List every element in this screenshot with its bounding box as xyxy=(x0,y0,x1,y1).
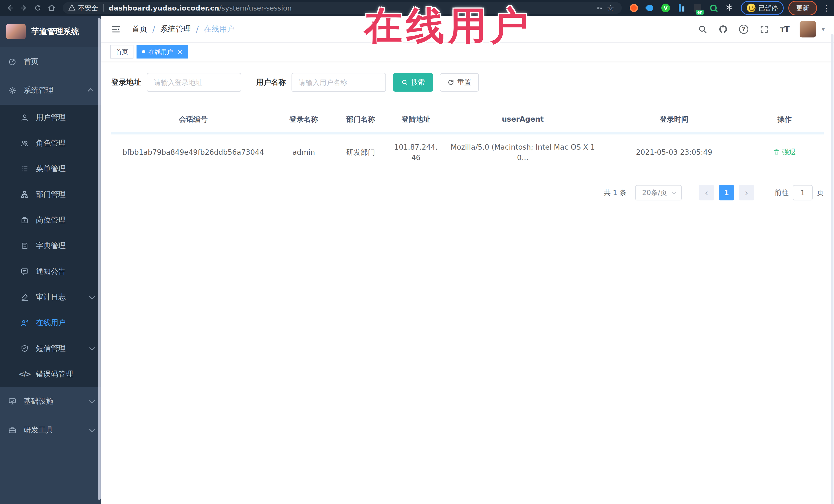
username-label: 用户名称 xyxy=(256,77,286,88)
sidebar-item-roles[interactable]: 角色管理 xyxy=(0,130,101,156)
filter-form: 登录地址 用户名称 搜索 重置 xyxy=(111,73,824,92)
app-logo[interactable]: 芋道管理系统 xyxy=(0,16,101,47)
fullscreen-icon[interactable] xyxy=(759,24,770,35)
code-icon: </> xyxy=(20,370,29,378)
edit-log-icon xyxy=(20,293,29,301)
sidebar-scrollbar[interactable] xyxy=(98,18,101,500)
close-icon[interactable]: × xyxy=(177,48,183,55)
tab-home[interactable]: 首页 xyxy=(110,45,133,59)
extension-snowflake-icon[interactable] xyxy=(724,2,735,14)
breadcrumb-system[interactable]: 系统管理 xyxy=(160,24,191,35)
paused-extension-badge[interactable]: 已暂停 xyxy=(741,1,784,15)
help-icon[interactable]: ? xyxy=(738,24,749,35)
search-button[interactable]: 搜索 xyxy=(393,73,433,92)
tab-online-users[interactable]: 在线用户 × xyxy=(136,45,188,59)
sidebar-item-label: 错误码管理 xyxy=(36,369,73,379)
sidebar-item-label: 用户管理 xyxy=(36,112,66,123)
sidebar-item-audit-logs[interactable]: 审计日志 xyxy=(0,284,101,310)
breadcrumb-home[interactable]: 首页 xyxy=(132,24,147,35)
sidebar-item-dictionary[interactable]: 字典管理 xyxy=(0,233,101,259)
extension-pin-icon[interactable] xyxy=(644,2,655,14)
sidebar-item-system[interactable]: 系统管理 xyxy=(0,76,101,105)
page-size-select[interactable]: 20条/页 xyxy=(635,185,682,200)
next-page-button[interactable]: › xyxy=(739,185,754,200)
breadcrumb: 首页 / 系统管理 / 在线用户 xyxy=(132,24,235,35)
github-icon[interactable] xyxy=(718,24,729,35)
paused-label: 已暂停 xyxy=(759,4,778,12)
prev-page-button[interactable]: ‹ xyxy=(699,185,714,200)
browser-menu-icon[interactable]: ⋮ xyxy=(822,3,830,13)
hamburger-icon[interactable] xyxy=(110,24,122,35)
browser-toolbar: 不安全 dashboard.yudao.iocoder.cn /system/u… xyxy=(0,0,834,16)
cell-login-ip: 101.87.244.46 xyxy=(389,134,443,171)
login-address-input[interactable] xyxy=(147,73,241,92)
reload-icon[interactable] xyxy=(32,2,44,14)
home-icon[interactable] xyxy=(46,2,58,14)
page-unit-label: 页 xyxy=(817,188,824,197)
extension-orange-icon[interactable] xyxy=(628,2,639,14)
sidebar-item-posts[interactable]: 岗位管理 xyxy=(0,207,101,233)
user-avatar[interactable] xyxy=(799,21,816,38)
active-dot-icon xyxy=(142,50,145,53)
extension-v-icon[interactable]: V xyxy=(660,2,671,14)
sidebar-item-online-users[interactable]: 在线用户 xyxy=(0,310,101,336)
sidebar-item-departments[interactable]: 部门管理 xyxy=(0,182,101,207)
page-size-value: 20条/页 xyxy=(642,188,667,197)
sidebar-item-notices[interactable]: 通知公告 xyxy=(0,259,101,284)
url-bar[interactable]: 不安全 dashboard.yudao.iocoder.cn /system/u… xyxy=(63,2,622,14)
extension-magnifier-icon[interactable] xyxy=(708,2,719,14)
reset-button[interactable]: 重置 xyxy=(440,73,479,92)
current-page-button[interactable]: 1 xyxy=(719,185,734,200)
url-path: /system/user-session xyxy=(219,4,292,12)
browser-update-button[interactable]: 更新 xyxy=(788,1,817,15)
back-icon[interactable] xyxy=(4,2,16,14)
sidebar-item-infrastructure[interactable]: 基础设施 xyxy=(0,387,101,416)
sidebar-item-home[interactable]: 首页 xyxy=(0,47,101,76)
cell-session-id: bfbb1ab79ba849e49fb26ddb56a73044 xyxy=(111,134,275,171)
sidebar-item-label: 研发工具 xyxy=(24,425,53,435)
search-button-label: 搜索 xyxy=(411,78,425,87)
page-content: 登录地址 用户名称 搜索 重置 xyxy=(101,61,834,504)
shield-check-icon xyxy=(20,344,29,353)
goto-page-input[interactable] xyxy=(793,185,813,200)
sidebar-item-error-codes[interactable]: </> 错误码管理 xyxy=(0,361,101,387)
sidebar-item-label: 部门管理 xyxy=(36,190,66,200)
sidebar: 芋道管理系统 首页 系统管理 用户管理 角色管理 菜单管理 xyxy=(0,16,101,504)
chevron-down-icon xyxy=(672,190,676,194)
tab-label: 在线用户 xyxy=(148,48,173,56)
search-icon[interactable] xyxy=(697,24,708,35)
chevron-down-icon xyxy=(89,398,95,404)
extension-bars-icon[interactable] xyxy=(676,2,687,14)
sidebar-item-dev-tools[interactable]: 研发工具 xyxy=(0,416,101,444)
font-size-icon[interactable]: тT xyxy=(779,24,790,35)
url-divider xyxy=(103,4,104,12)
cell-user-agent: Mozilla/5.0 (Macintosh; Intel Mac OS X 1… xyxy=(443,134,603,171)
header-actions: ? тT ▾ xyxy=(697,21,825,38)
chevron-up-icon xyxy=(88,88,94,94)
sidebar-item-label: 在线用户 xyxy=(36,318,66,328)
username-input[interactable] xyxy=(291,73,386,92)
forward-icon[interactable] xyxy=(18,2,30,14)
caret-down-icon[interactable]: ▾ xyxy=(822,26,825,33)
force-logout-label: 强退 xyxy=(782,147,796,157)
col-user-agent: userAgent xyxy=(443,107,603,132)
sidebar-item-menus[interactable]: 菜单管理 xyxy=(0,156,101,182)
tags-view-bar: 首页 在线用户 × xyxy=(101,43,834,61)
sidebar-item-users[interactable]: 用户管理 xyxy=(0,105,101,130)
extension-translate-icon[interactable] xyxy=(692,2,703,14)
sidebar-item-label: 字典管理 xyxy=(36,241,66,251)
reset-button-label: 重置 xyxy=(457,78,471,87)
login-address-label: 登录地址 xyxy=(111,77,141,88)
gear-icon xyxy=(8,86,17,94)
sidebar-item-sms[interactable]: 短信管理 xyxy=(0,336,101,361)
password-key-icon[interactable] xyxy=(594,2,605,14)
pagination: 共 1 条 20条/页 ‹ 1 › 前往 页 xyxy=(111,185,824,200)
bookmark-star-icon[interactable]: ☆ xyxy=(605,2,616,14)
page-scrollbar[interactable] xyxy=(831,34,833,504)
col-dept-name: 部门名称 xyxy=(332,107,389,132)
force-logout-button[interactable]: 强退 xyxy=(773,147,796,157)
col-login-ip: 登陆地址 xyxy=(389,107,443,132)
badge-icon xyxy=(20,216,29,224)
announcement-icon xyxy=(20,267,29,276)
dashboard-icon xyxy=(8,58,17,66)
